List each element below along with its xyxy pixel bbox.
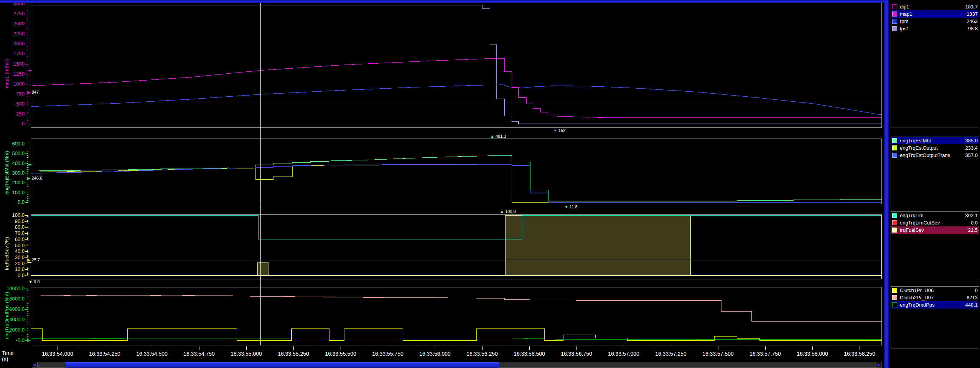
plot-area-engTrqLim[interactable] <box>31 215 882 279</box>
y-minor-tick <box>27 18 28 18</box>
y-minor-tick <box>27 80 28 80</box>
y-minor-tick <box>27 157 28 158</box>
trace-trqFuelSev <box>31 215 881 276</box>
y-minor-tick <box>27 148 28 148</box>
signal-name: rpm <box>900 18 967 24</box>
time-tick-label: 16:33:57.000 <box>601 351 647 357</box>
y-tick-label: 1750 <box>1 51 25 56</box>
y-minor-tick <box>27 299 28 299</box>
y-minor-tick <box>27 216 28 217</box>
legend-row-engTrqEstMbt[interactable]: engTrqEstMbt385.0 <box>891 137 979 144</box>
y-minor-tick <box>27 267 28 267</box>
cursor-value-marker-value: 246.6 <box>32 176 43 180</box>
plot-area-engTrqEstMbt[interactable] <box>31 139 882 204</box>
y-minor-tick <box>27 98 28 98</box>
cursor-value-marker-icon: ▶ <box>27 176 30 180</box>
legend-row-trqFuelSev[interactable]: trqFuelSev21.5 <box>891 226 979 234</box>
time-tick-label: 16:33:54.500 <box>129 351 175 357</box>
legend-row-dip1[interactable]: dip1181.7 <box>891 3 979 10</box>
y-minor-tick <box>27 120 28 120</box>
y-minor-tick <box>27 26 28 26</box>
y-minor-tick <box>27 239 28 240</box>
y-minor-tick <box>27 229 28 229</box>
signal-value: 233.4 <box>965 145 978 151</box>
y-minor-tick <box>27 326 28 326</box>
time-tick-label: 16:33:55.750 <box>365 351 411 357</box>
y-minor-tick <box>27 114 28 114</box>
y-minor-tick <box>27 265 28 265</box>
plot-area-Clutch1Pr_U06[interactable] <box>31 287 882 345</box>
max-marker: ▲ 100.0 <box>500 210 516 214</box>
signal-value: 21.5 <box>968 227 978 233</box>
signal-color-swatch <box>892 220 897 225</box>
y-minor-tick <box>27 219 28 219</box>
y-minor-tick <box>27 274 28 275</box>
y-minor-tick <box>27 248 28 248</box>
y-minor-tick <box>27 223 28 223</box>
y-minor-tick <box>27 301 28 301</box>
plot-area-map1[interactable] <box>31 3 882 128</box>
trace-Clutch2Pr_U07 <box>31 295 881 322</box>
y-minor-tick <box>27 249 28 249</box>
legend-row-rpm[interactable]: rpm2463 <box>891 18 979 25</box>
y-minor-tick <box>27 110 28 110</box>
legend-row-engTrqEstOutput[interactable]: engTrqEstOutput233.4 <box>891 144 979 152</box>
legend-row-engTrqLimCutSev[interactable]: engTrqLimCutSev0.0 <box>891 219 979 226</box>
scrollbar-left-arrow-icon[interactable]: ◀ <box>32 362 38 368</box>
y-minor-tick <box>27 48 28 48</box>
legend-row-map1[interactable]: map11337 <box>891 10 979 18</box>
y-minor-tick <box>27 64 28 64</box>
time-tick-label: 16:33:55.500 <box>318 351 364 357</box>
measure-cursor-line[interactable] <box>260 3 261 345</box>
y-tick-label: 10.0 <box>1 267 25 272</box>
y-minor-tick <box>27 146 28 146</box>
y-minor-tick <box>27 32 28 32</box>
legend-splitter[interactable] <box>884 0 889 368</box>
time-tick-label: 16:33:54.000 <box>35 351 81 357</box>
max-marker-icon: ▲ <box>490 134 494 139</box>
y-minor-tick <box>27 336 28 337</box>
y-tick-label: 90.0 <box>1 219 25 224</box>
y-minor-tick <box>27 295 28 295</box>
min-marker-value: 11.8 <box>570 205 578 209</box>
y-minor-tick <box>27 238 28 239</box>
legend-row-engTrqLim[interactable]: engTrqLim392.1 <box>891 212 979 219</box>
y-minor-tick <box>27 200 28 201</box>
signal-value: 1337 <box>967 11 978 17</box>
legend-row-tps1[interactable]: tps198.8 <box>891 25 979 32</box>
y-tick-label: 40.0 <box>1 249 25 254</box>
y-minor-tick <box>27 290 28 291</box>
y-tick-label: 70.0 <box>1 231 25 236</box>
y-tick-label: 400.0 <box>1 161 25 166</box>
legend-row-Clutch2Pr_U07[interactable]: Clutch2Pr_U076213 <box>891 294 979 301</box>
legend-row-Clutch1Pr_U06[interactable]: Clutch1Pr_U060 <box>891 287 979 294</box>
legend-row-engTrqEstOutputTrans[interactable]: engTrqEstOutputTrans357.0 <box>891 152 979 159</box>
y-minor-tick <box>27 242 28 242</box>
legend-row-engTrqDmdPps[interactable]: engTrqDmdPps448.1 <box>891 301 979 309</box>
scrollbar-thumb[interactable] <box>66 362 499 368</box>
panel-separator[interactable] <box>0 0 889 3</box>
signal-name: engTrqEstOutput <box>900 145 965 151</box>
cursor-value-marker: ▶ 25.7 <box>27 258 40 262</box>
signal-value: 0.0 <box>971 220 978 226</box>
time-tick-label: 16:33:57.750 <box>742 351 788 357</box>
y-minor-tick <box>27 76 28 76</box>
y-minor-tick <box>27 250 28 251</box>
y-minor-tick <box>27 28 28 28</box>
signal-color-swatch <box>892 153 897 158</box>
signal-name: engTrqLim <box>900 213 965 218</box>
y-tick-label: 500.0 <box>1 151 25 156</box>
time-tick-mark <box>435 347 435 350</box>
y-minor-tick <box>27 255 28 256</box>
max-marker: ▲ 481.3 <box>490 134 506 139</box>
y-minor-tick <box>27 88 28 88</box>
time-tick-label: 16:33:56.750 <box>553 351 600 357</box>
signal-value: 357.0 <box>965 152 978 158</box>
signal-value: 0 <box>975 287 978 293</box>
signal-name: engTrqLimCutSev <box>900 220 971 226</box>
y-minor-tick <box>27 195 28 195</box>
time-tick-label: 16:33:55.250 <box>270 351 316 357</box>
time-tick-mark <box>765 347 766 350</box>
scrollbar-right-arrow-icon[interactable]: ▶ <box>876 362 882 368</box>
y-minor-tick <box>27 297 28 297</box>
